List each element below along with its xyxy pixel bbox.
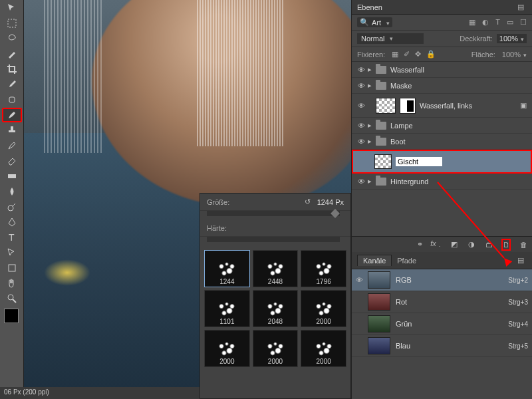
channels-tab[interactable]: Kanäle [357, 255, 392, 266]
layer-name[interactable]: Maske [390, 82, 529, 90]
brush-preset[interactable]: 2048 [253, 290, 299, 327]
brush-preset[interactable]: 2000 [204, 330, 250, 367]
visibility-icon[interactable]: 👁 [354, 82, 368, 90]
move-tool[interactable] [2, 1, 22, 15]
stamp-tool[interactable] [2, 123, 22, 138]
layer-row[interactable]: 👁▸Hintergrund [352, 174, 532, 190]
layer-name[interactable]: Boot [390, 138, 529, 146]
filter-shape-icon[interactable]: ▭ [507, 18, 513, 27]
brush-preset[interactable]: 2000 [253, 330, 299, 367]
expand-icon[interactable]: ▸ [368, 177, 376, 186]
shape-tool[interactable] [2, 261, 22, 275]
layer-row[interactable]: 👁▸Wasserfall [352, 62, 532, 78]
zoom-tool[interactable] [2, 291, 22, 306]
eyedropper-tool[interactable] [2, 77, 22, 92]
history-brush-tool[interactable] [2, 138, 22, 153]
healing-tool[interactable] [2, 92, 22, 107]
brush-preset[interactable]: 1796 [301, 250, 346, 287]
filter-pixel-icon[interactable]: ▦ [469, 18, 475, 27]
layer-thumbnail[interactable] [376, 98, 396, 114]
expand-icon[interactable]: ▸ [368, 121, 376, 130]
layer-name[interactable]: Hintergrund [390, 178, 529, 186]
visibility-icon[interactable]: 👁 [354, 102, 368, 110]
dodge-tool[interactable] [2, 200, 22, 214]
layer-mask-icon[interactable]: ◩ [450, 240, 459, 249]
channel-row[interactable]: GrünStrg+4 [352, 313, 532, 335]
visibility-icon[interactable]: 👁 [354, 178, 368, 186]
brush-preset[interactable]: 1244 [204, 250, 250, 287]
tools-toolbar: T [0, 0, 24, 399]
opacity-value[interactable]: 100% [497, 34, 527, 43]
channel-row[interactable]: BlauStrg+5 [352, 335, 532, 357]
brush-size-slider[interactable] [207, 211, 340, 216]
panel-menu-icon[interactable]: ▤ [515, 3, 527, 11]
marquee-tool[interactable] [2, 16, 22, 31]
visibility-icon[interactable]: 👁 [354, 66, 368, 74]
layer-thumbnail[interactable] [374, 154, 392, 169]
layer-fx-icon[interactable]: fx﹒ [432, 239, 442, 249]
hand-tool[interactable] [2, 276, 22, 291]
svg-rect-0 [8, 19, 16, 27]
new-layer-icon[interactable]: 🗋 [501, 239, 511, 251]
adjustment-layer-icon[interactable]: ◑ [467, 240, 476, 249]
lock-transparent-icon[interactable]: ▦ [392, 50, 398, 59]
visibility-icon[interactable]: 👁 [354, 138, 368, 146]
filter-adjust-icon[interactable]: ◐ [482, 18, 489, 27]
brush-preset[interactable]: 2448 [253, 250, 299, 287]
channel-row[interactable]: 👁RGBStrg+2 [352, 269, 532, 291]
visibility-icon[interactable]: 👁 [354, 122, 368, 130]
brush-preset[interactable]: 1101 [204, 290, 250, 327]
new-group-icon[interactable]: 🗀 [484, 241, 493, 249]
type-tool[interactable]: T [2, 230, 22, 245]
filter-smart-icon[interactable]: ☐ [520, 18, 527, 27]
fill-value[interactable]: 100% [502, 51, 527, 59]
crop-tool[interactable] [2, 62, 22, 76]
layer-row[interactable]: 👁▸Maske [352, 78, 532, 94]
layer-row[interactable]: 👁▸Lampe [352, 118, 532, 134]
channel-row[interactable]: RotStrg+3 [352, 291, 532, 313]
reset-icon[interactable]: ↺ [305, 198, 315, 206]
folder-icon [376, 66, 386, 74]
expand-icon[interactable]: ▸ [368, 65, 376, 74]
layer-row[interactable]: 👁▸Boot [352, 134, 532, 150]
gradient-tool[interactable] [2, 169, 22, 184]
layer-row[interactable] [352, 150, 532, 174]
filter-type-icon[interactable]: T [495, 18, 500, 27]
pen-tool[interactable] [2, 215, 22, 229]
wand-tool[interactable] [2, 47, 22, 61]
paths-tab[interactable]: Pfade [392, 255, 422, 266]
brush-size-value[interactable]: 1244 Px [315, 198, 344, 206]
visibility-icon[interactable]: 👁 [356, 276, 368, 284]
brush-preset[interactable]: 2000 [301, 330, 346, 367]
lock-pixels-icon[interactable]: ✐ [404, 50, 410, 59]
foreground-color-swatch[interactable] [4, 309, 19, 323]
link-icon[interactable]: ▣ [517, 101, 529, 110]
lock-position-icon[interactable]: ✥ [415, 50, 421, 59]
expand-icon[interactable]: ▸ [368, 137, 376, 146]
channel-thumbnail [368, 337, 390, 354]
brush-preset[interactable]: 2000 [301, 290, 346, 327]
eraser-tool[interactable] [2, 154, 22, 168]
svg-text:T: T [9, 232, 15, 243]
layer-name[interactable]: Wasserfall, links [420, 102, 517, 110]
right-panels: Ebenen ▤ 🔍 Art ▦ ◐ T ▭ ☐ Normal Deckkraf… [351, 0, 532, 399]
delete-layer-icon[interactable]: 🗑 [519, 241, 528, 249]
expand-icon[interactable]: ▸ [368, 81, 376, 90]
lasso-tool[interactable] [2, 31, 22, 46]
layer-row[interactable]: 👁Wasserfall, links▣ [352, 94, 532, 118]
blend-mode-select[interactable]: Normal [357, 33, 424, 44]
layer-name-input[interactable] [396, 157, 442, 166]
fill-label: Fläche: [471, 51, 495, 59]
brush-tool[interactable] [2, 108, 22, 122]
lock-all-icon[interactable]: 🔒 [426, 50, 436, 59]
layer-name[interactable]: Lampe [390, 122, 529, 130]
blur-tool[interactable] [2, 184, 22, 199]
layer-filter-kind[interactable]: 🔍 Art [357, 17, 392, 27]
layer-name[interactable]: Wasserfall [390, 66, 529, 74]
brush-hardness-slider[interactable] [207, 237, 340, 242]
link-layers-icon[interactable]: ⚭ [415, 240, 424, 249]
channels-panel-header: Kanäle Pfade ▤ [352, 252, 532, 269]
panel-menu-icon[interactable]: ▤ [515, 256, 527, 265]
layer-mask-thumbnail[interactable] [400, 98, 416, 114]
path-tool[interactable] [2, 245, 22, 260]
